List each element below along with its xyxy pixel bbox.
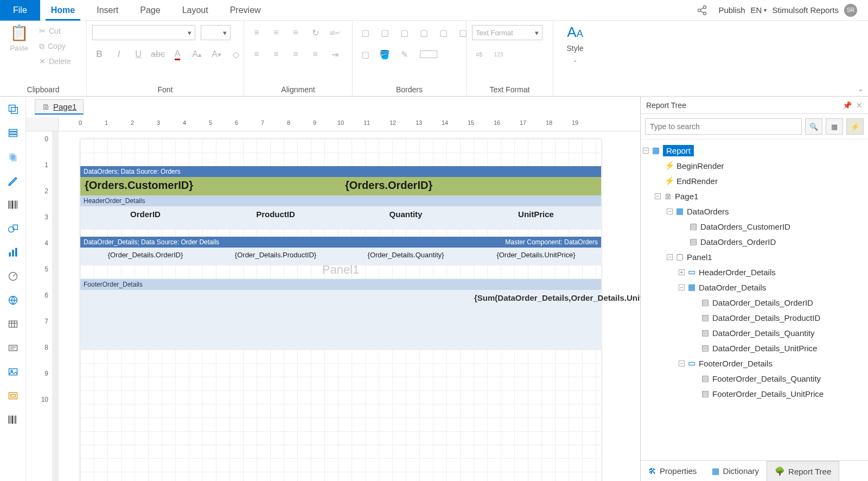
tool-barcode2[interactable] (6, 413, 20, 427)
cell-customerid[interactable]: {Orders.CustomerID} (80, 177, 341, 195)
border-right-button[interactable]: ▢ (436, 26, 450, 40)
tree-headerorderdetails[interactable]: +▭HeaderOrder_Details (643, 264, 866, 280)
tool-pen[interactable] (6, 174, 20, 188)
tool-select[interactable] (6, 102, 20, 116)
tree-dataorders-orderid[interactable]: ▤DataOrders_OrderID (643, 234, 866, 249)
band-dataorderdetails-header[interactable]: DataOrder_Details; Data Source: Order De… (80, 237, 601, 248)
tool-gauge[interactable] (6, 269, 20, 283)
delete-button[interactable]: ✕Delete (37, 54, 73, 68)
menu-layout[interactable]: Layout (171, 0, 219, 21)
wrap-text-button[interactable]: ab↵ (328, 26, 342, 40)
currency-format-button[interactable]: ¤$ (472, 47, 486, 61)
paste-button[interactable]: 📋 Paste (5, 24, 33, 52)
tool-copy[interactable] (6, 150, 20, 164)
tool-shape[interactable] (6, 221, 20, 236)
ribbon-collapse-icon[interactable]: ⌄ (858, 85, 864, 93)
underline-button[interactable]: U (131, 47, 145, 61)
align-right-button[interactable]: ≡ (289, 47, 303, 61)
tree-dod-unitprice[interactable]: ▤DataOrder_Details_UnitPrice (643, 340, 866, 356)
tree-dataorders[interactable]: −▦DataOrders (643, 204, 866, 219)
align-left-button[interactable]: ≡ (250, 47, 264, 61)
band-dataorders-body[interactable]: {Orders.CustomerID} {Orders.OrderID} (80, 177, 601, 195)
detail-row[interactable]: {Order_Details.OrderID} {Order_Details.P… (80, 248, 601, 265)
font-name-combo[interactable]: ▾ (92, 25, 195, 40)
tree-endrender[interactable]: ⚡EndRender (643, 173, 866, 188)
rotate-text-button[interactable]: ↻ (308, 26, 322, 40)
report-tree[interactable]: −▦Report ⚡BeginRender ⚡EndRender −🗎Page1… (641, 140, 868, 460)
tool-table[interactable] (6, 317, 20, 331)
style-button[interactable]: AA Style ⌄ (559, 24, 591, 63)
tree-dod-quantity[interactable]: ▤DataOrder_Details_Quantity (643, 325, 866, 340)
detail-quantity[interactable]: {Order_Details.Quantity} (341, 248, 471, 265)
tab-properties[interactable]: 🛠Properties (641, 461, 704, 481)
band-headerorderdetails[interactable]: HeaderOrder_Details (80, 195, 601, 206)
tree-fod-quantity[interactable]: ▤FooterOrder_Details_Quantity (643, 371, 866, 386)
align-middle-button[interactable]: ≡ (269, 26, 283, 40)
border-outer-button[interactable]: ▢ (358, 47, 372, 61)
search-input[interactable] (645, 118, 802, 135)
report-page[interactable]: DataOrders; Data Source: Orders {Orders.… (80, 139, 601, 481)
publish-button[interactable]: Publish (718, 5, 745, 15)
footer-body[interactable]: {Sum(DataOrder_Details,Order_Details.Uni… (80, 290, 601, 328)
cell-orderid[interactable]: {Orders.OrderID} (341, 177, 601, 195)
tab-report-tree[interactable]: 🌳Report Tree (767, 461, 839, 481)
col-productid[interactable]: ProductID (210, 206, 341, 229)
menu-preview[interactable]: Preview (219, 0, 272, 21)
tree-footerorderdetails[interactable]: −▭FooterOrder_Details (643, 356, 866, 371)
menu-insert[interactable]: Insert (86, 0, 129, 21)
ruler-horizontal[interactable]: 012345678910111213141516171819 (59, 117, 640, 131)
border-all-button[interactable]: ▢ (358, 26, 372, 40)
align-center-button[interactable]: ≡ (269, 47, 283, 61)
detail-productid[interactable]: {Order_Details.ProductID} (210, 248, 341, 265)
decrease-font-button[interactable]: A▾ (209, 47, 224, 61)
tool-data[interactable] (6, 126, 20, 140)
tool-chart[interactable] (6, 245, 20, 260)
page-surface[interactable]: DataOrders; Data Source: Orders {Orders.… (59, 131, 640, 481)
view-grid-button[interactable]: ▦ (826, 118, 843, 135)
share-icon[interactable] (697, 5, 707, 16)
cut-button[interactable]: ✂Cut (37, 24, 73, 38)
bold-button[interactable]: B (92, 47, 106, 61)
text-format-combo[interactable]: Text Format▾ (472, 25, 542, 40)
clear-format-button[interactable]: ◇ (229, 47, 243, 61)
font-color-button[interactable]: A (170, 47, 184, 61)
col-unitprice[interactable]: UnitPrice (471, 206, 601, 229)
tree-dataorderdetails[interactable]: −▦DataOrder_Details (643, 280, 866, 295)
align-bottom-button[interactable]: ≡ (289, 26, 303, 40)
col-quantity[interactable]: Quantity (341, 206, 471, 229)
border-top-button[interactable]: ▢ (417, 26, 431, 40)
view-events-button[interactable]: ⚡ (846, 118, 864, 135)
tree-panel1[interactable]: −▢Panel1 (643, 249, 866, 264)
menu-home[interactable]: Home (40, 0, 86, 21)
copy-button[interactable]: ⧉Copy (37, 39, 73, 53)
ruler-vertical[interactable]: 012345678910 (26, 131, 59, 481)
page-tab-page1[interactable]: 🗎 Page1 (35, 99, 84, 115)
tool-image[interactable] (6, 365, 20, 379)
fill-color-button[interactable]: 🪣 (378, 47, 392, 61)
tree-dod-productid[interactable]: ▤DataOrder_Details_ProductID (643, 310, 866, 325)
header-columns-row[interactable]: OrderID ProductID Quantity UnitPrice (80, 206, 601, 229)
pin-icon[interactable]: 📌 (843, 101, 852, 110)
band-footerorderdetails[interactable]: FooterOrder_Details (80, 279, 601, 290)
tool-map[interactable] (6, 293, 20, 307)
border-left-button[interactable]: ▢ (397, 26, 411, 40)
band-dataorders-header[interactable]: DataOrders; Data Source: Orders (80, 166, 601, 177)
search-button[interactable]: 🔍 (805, 118, 822, 135)
number-format-button[interactable]: 123 (492, 47, 506, 61)
language-selector[interactable]: EN▾ (751, 5, 767, 15)
footer-sum-cell[interactable]: {Sum(DataOrder_Details,Order_Details.Uni… (471, 290, 601, 328)
tab-dictionary[interactable]: ▦Dictionary (704, 461, 767, 481)
detail-orderid[interactable]: {Order_Details.OrderID} (80, 248, 210, 265)
close-icon[interactable]: ✕ (856, 101, 863, 110)
border-none-button[interactable]: ▢ (378, 26, 392, 40)
tree-beginrender[interactable]: ⚡BeginRender (643, 158, 866, 173)
border-style-button[interactable] (417, 47, 441, 61)
tree-report[interactable]: −▦Report (643, 143, 866, 158)
indent-button[interactable]: ⇥ (328, 47, 342, 61)
strikethrough-button[interactable]: abc (151, 47, 165, 61)
tool-barcode[interactable] (6, 198, 20, 212)
tree-dataorders-customerid[interactable]: ▤DataOrders_CustomerID (643, 219, 866, 234)
italic-button[interactable]: I (112, 47, 126, 61)
detail-unitprice[interactable]: {Order_Details.UnitPrice} (471, 248, 601, 265)
menu-page[interactable]: Page (129, 0, 171, 21)
